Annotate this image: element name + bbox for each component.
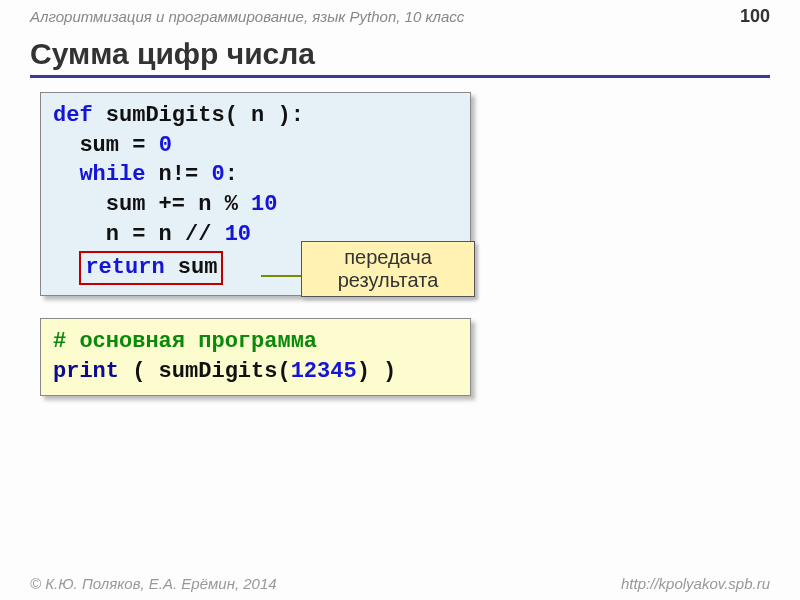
code-line-2: sum = 0 xyxy=(53,131,458,161)
footer-authors: © К.Ю. Поляков, Е.А. Ерёмин, 2014 xyxy=(30,575,277,592)
keyword-while: while xyxy=(79,162,145,187)
callout-line-2: результата xyxy=(308,269,468,292)
code-line-4: sum += n % 10 xyxy=(53,190,458,220)
callout-line-1: передача xyxy=(308,246,468,269)
keyword-print: print xyxy=(53,359,119,384)
code2-line-1: # основная программа xyxy=(53,327,458,357)
comment: # основная программа xyxy=(53,329,317,354)
code2-line-2: print ( sumDigits(12345) ) xyxy=(53,357,458,387)
keyword-return: return xyxy=(85,255,164,280)
callout-connector xyxy=(261,275,301,277)
code-block-main: # основная программа print ( sumDigits(1… xyxy=(40,318,471,395)
slide-title: Сумма цифр числа xyxy=(30,37,770,78)
code-block-function: def sumDigits( n ): sum = 0 while n!= 0:… xyxy=(40,92,471,296)
slide-header: Алгоритмизация и программирование, язык … xyxy=(0,0,800,29)
slide-footer: © К.Ю. Поляков, Е.А. Ерёмин, 2014 http:/… xyxy=(0,575,800,592)
callout-box: передача результата xyxy=(301,241,475,297)
code-line-1: def sumDigits( n ): xyxy=(53,101,458,131)
footer-url: http://kpolyakov.spb.ru xyxy=(621,575,770,592)
code-line-3: while n!= 0: xyxy=(53,160,458,190)
page-number: 100 xyxy=(740,6,770,27)
course-label: Алгоритмизация и программирование, язык … xyxy=(30,8,464,25)
keyword-def: def xyxy=(53,103,93,128)
return-highlight: return sum xyxy=(79,251,223,285)
